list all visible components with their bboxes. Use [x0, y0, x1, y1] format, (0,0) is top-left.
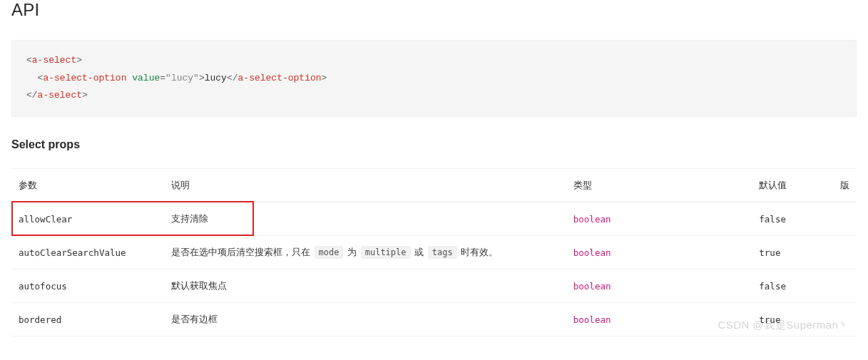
- inline-code: tags: [428, 246, 457, 259]
- param-type: boolean: [573, 247, 611, 258]
- param-name: autoClearSearchValue: [19, 247, 126, 258]
- code-line-2: <a-select-option value="lucy">lucy</a-se…: [26, 70, 842, 88]
- inline-code: multiple: [361, 246, 411, 259]
- col-header-param: 参数: [11, 169, 164, 202]
- col-header-version: 版: [833, 169, 857, 202]
- table-row: autofocus 默认获取焦点 boolean false: [11, 269, 857, 303]
- table-row: allowClear 支持清除 boolean false: [11, 202, 857, 236]
- param-name: autofocus: [19, 281, 67, 292]
- col-header-desc: 说明: [164, 169, 566, 202]
- code-line-3: </a-select>: [26, 87, 842, 105]
- param-type: boolean: [573, 314, 611, 325]
- col-header-default: 默认值: [752, 169, 833, 202]
- inline-code: mode: [315, 246, 344, 259]
- col-header-type: 类型: [566, 169, 752, 202]
- param-name: allowClear: [19, 214, 72, 225]
- page-title: API: [11, 0, 857, 20]
- param-desc: 是否在选中项后清空搜索框，只在 mode 为 multiple 或 tags 时…: [164, 236, 566, 269]
- code-example-block: <a-select> <a-select-option value="lucy"…: [11, 40, 857, 117]
- param-default: true: [759, 247, 780, 258]
- table-row: bordered 是否有边框 boolean true: [11, 303, 857, 336]
- param-desc: 默认获取焦点: [171, 280, 227, 291]
- props-table: 参数 说明 类型 默认值 版 allowClear 支持清除 boolean f…: [11, 168, 857, 336]
- table-row: autoClearSearchValue 是否在选中项后清空搜索框，只在 mod…: [11, 236, 857, 269]
- code-line-1: <a-select>: [26, 52, 842, 70]
- section-title: Select props: [11, 138, 857, 151]
- param-desc: 是否有边框: [171, 314, 218, 324]
- param-default: false: [759, 214, 786, 225]
- param-default: false: [759, 281, 786, 292]
- table-header-row: 参数 说明 类型 默认值 版: [11, 169, 857, 202]
- param-type: boolean: [573, 214, 611, 225]
- param-type: boolean: [573, 281, 611, 292]
- param-default: true: [759, 314, 780, 325]
- param-desc: 支持清除: [171, 213, 208, 224]
- props-table-wrap: 参数 说明 类型 默认值 版 allowClear 支持清除 boolean f…: [11, 168, 857, 336]
- param-name: bordered: [19, 314, 61, 325]
